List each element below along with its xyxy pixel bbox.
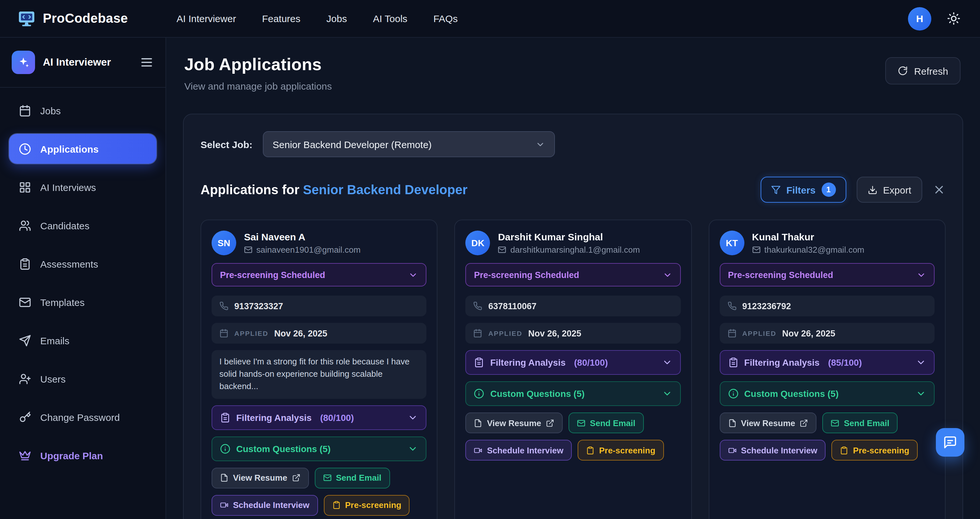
send-icon bbox=[19, 334, 31, 347]
schedule-interview-button[interactable]: Schedule Interview bbox=[212, 495, 318, 516]
filtering-analysis-score: (80/100) bbox=[320, 412, 354, 423]
card-actions-row: View Resume Send Email bbox=[212, 467, 427, 488]
sidebar-item-upgrade-plan[interactable]: Upgrade Plan bbox=[9, 441, 156, 470]
filtering-analysis-score: (85/100) bbox=[828, 357, 862, 368]
send-email-button[interactable]: Send Email bbox=[568, 412, 644, 433]
status-select[interactable]: Pre-screening Scheduled bbox=[466, 263, 681, 286]
filtering-analysis-expander[interactable]: Filtering Analysis (80/100) bbox=[466, 350, 681, 375]
clipboard-icon bbox=[474, 357, 484, 368]
app-root: ProCodebase AI Interviewer Features Jobs… bbox=[0, 0, 980, 519]
nav-ai-interviewer[interactable]: AI Interviewer bbox=[177, 13, 236, 24]
phone-row: 6378110067 bbox=[466, 295, 681, 316]
nav-faqs[interactable]: FAQs bbox=[433, 13, 458, 24]
candidate-email: thakurkunal32@gmail.com bbox=[752, 245, 864, 255]
pre-screening-label: Pre-screening bbox=[345, 500, 401, 510]
filters-button[interactable]: Filters 1 bbox=[760, 177, 846, 203]
top-navbar: ProCodebase AI Interviewer Features Jobs… bbox=[0, 0, 980, 38]
custom-questions-label: Custom Questions (5) bbox=[490, 388, 585, 399]
schedule-interview-button[interactable]: Schedule Interview bbox=[719, 440, 826, 460]
chevron-down-icon bbox=[535, 139, 545, 149]
export-button[interactable]: Export bbox=[856, 177, 922, 203]
sidebar-item-label: Assessments bbox=[40, 258, 98, 269]
custom-questions-expander[interactable]: Custom Questions (5) bbox=[466, 381, 681, 406]
candidate-header: SN Sai Naveen A sainaveen1901@gmail.com bbox=[212, 231, 427, 255]
clipboard-icon bbox=[19, 257, 31, 270]
key-icon bbox=[19, 411, 31, 423]
applications-actions: Filters 1 Export bbox=[760, 177, 946, 203]
nav-features[interactable]: Features bbox=[262, 13, 300, 24]
sidebar-item-emails[interactable]: Emails bbox=[9, 326, 156, 355]
phone-number: 9123236792 bbox=[742, 301, 791, 311]
sidebar-item-ai-interviews[interactable]: AI Interviews bbox=[9, 172, 156, 202]
schedule-interview-button[interactable]: Schedule Interview bbox=[466, 440, 572, 460]
filtering-analysis-expander[interactable]: Filtering Analysis (80/100) bbox=[212, 405, 427, 430]
candidate-email-text: darshitkumarsinghal.1@gmail.com bbox=[511, 245, 640, 255]
chat-button[interactable] bbox=[936, 428, 964, 457]
chevron-down-icon bbox=[409, 270, 418, 279]
view-resume-button[interactable]: View Resume bbox=[466, 412, 563, 433]
application-card: SN Sai Naveen A sainaveen1901@gmail.com … bbox=[200, 220, 438, 519]
mail-icon bbox=[577, 418, 585, 427]
sidebar-item-templates[interactable]: Templates bbox=[9, 287, 156, 317]
nav-ai-tools[interactable]: AI Tools bbox=[373, 13, 407, 24]
pre-screening-button[interactable]: Pre-screening bbox=[324, 495, 410, 516]
sidebar-item-assessments[interactable]: Assessments bbox=[9, 249, 156, 279]
clipboard-icon bbox=[728, 357, 738, 368]
filtering-analysis-label: Filtering Analysis bbox=[490, 357, 566, 368]
custom-questions-expander[interactable]: Custom Questions (5) bbox=[719, 381, 935, 406]
x-icon bbox=[932, 183, 946, 196]
sidebar-item-applications[interactable]: Applications bbox=[9, 134, 156, 164]
send-email-button[interactable]: Send Email bbox=[315, 467, 390, 488]
job-select[interactable]: Senior Backend Developer (Remote) bbox=[263, 131, 555, 157]
schedule-interview-label: Schedule Interview bbox=[233, 500, 310, 510]
status-select[interactable]: Pre-screening Scheduled bbox=[212, 263, 427, 286]
schedule-interview-label: Schedule Interview bbox=[487, 445, 564, 455]
sun-icon bbox=[947, 12, 961, 26]
ai-interviewer-logo bbox=[12, 51, 35, 74]
pre-screening-button[interactable]: Pre-screening bbox=[578, 440, 663, 460]
view-resume-label: View Resume bbox=[487, 418, 541, 428]
view-resume-button[interactable]: View Resume bbox=[719, 412, 816, 433]
page-subtitle: View and manage job applications bbox=[184, 81, 332, 92]
card-actions-row: Schedule Interview Pre-screening bbox=[719, 440, 935, 460]
mail-icon bbox=[19, 296, 31, 308]
custom-questions-label: Custom Questions (5) bbox=[744, 388, 838, 399]
nav-jobs[interactable]: Jobs bbox=[326, 13, 347, 24]
clipboard-icon bbox=[332, 501, 341, 509]
theme-toggle-button[interactable] bbox=[947, 12, 961, 26]
view-resume-button[interactable]: View Resume bbox=[212, 467, 309, 488]
close-button[interactable] bbox=[932, 183, 946, 196]
sidebar-collapse-button[interactable] bbox=[140, 55, 154, 70]
filtering-analysis-expander[interactable]: Filtering Analysis (85/100) bbox=[719, 350, 935, 375]
applications-title: Applications for Senior Backend Develope… bbox=[200, 182, 467, 197]
refresh-button[interactable]: Refresh bbox=[886, 57, 961, 85]
calendar-icon bbox=[727, 329, 736, 338]
send-email-button[interactable]: Send Email bbox=[822, 412, 898, 433]
sidebar-item-jobs[interactable]: Jobs bbox=[9, 96, 156, 125]
sidebar-item-change-password[interactable]: Change Password bbox=[9, 402, 156, 432]
custom-questions-expander[interactable]: Custom Questions (5) bbox=[212, 436, 427, 461]
pre-screening-button[interactable]: Pre-screening bbox=[832, 440, 918, 460]
info-icon bbox=[728, 388, 738, 399]
sidebar-item-label: Emails bbox=[40, 335, 70, 346]
user-avatar[interactable]: H bbox=[908, 7, 931, 30]
sidebar-item-label: Upgrade Plan bbox=[40, 450, 103, 461]
sidebar-item-candidates[interactable]: Candidates bbox=[9, 211, 156, 240]
applied-date: Nov 26, 2025 bbox=[274, 328, 328, 338]
candidate-name: Darshit Kumar Singhal bbox=[498, 231, 640, 242]
candidate-email: darshitkumarsinghal.1@gmail.com bbox=[498, 245, 640, 255]
calendar-icon bbox=[19, 104, 31, 117]
page-header: Job Applications View and manage job app… bbox=[166, 38, 980, 92]
sidebar-item-users[interactable]: Users bbox=[9, 364, 156, 394]
page-title: Job Applications bbox=[184, 54, 332, 75]
file-text-icon bbox=[220, 474, 228, 482]
status-value: Pre-screening Scheduled bbox=[220, 270, 325, 279]
sidebar: AI Interviewer Jobs Applications bbox=[0, 38, 166, 519]
brand[interactable]: ProCodebase bbox=[0, 9, 166, 28]
status-select[interactable]: Pre-screening Scheduled bbox=[719, 263, 935, 286]
cover-letter-preview: I believe I'm a strong fit for this role… bbox=[212, 350, 427, 399]
applied-date: Nov 26, 2025 bbox=[528, 328, 582, 338]
applications-title-job: Senior Backend Developer bbox=[303, 182, 468, 196]
filtering-analysis-score: (80/100) bbox=[574, 357, 608, 368]
job-select-value: Senior Backend Developer (Remote) bbox=[273, 139, 431, 150]
